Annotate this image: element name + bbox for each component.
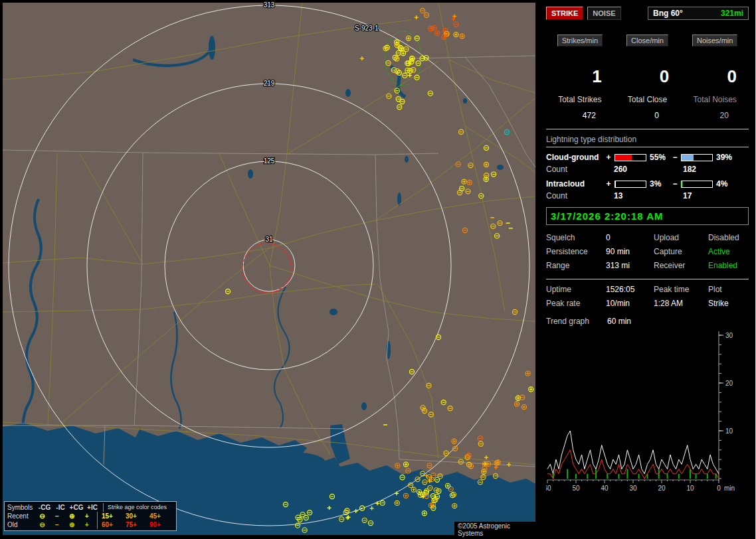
minus-sign: −	[671, 179, 679, 189]
ic-pos-recent-icon: +	[80, 512, 94, 520]
peak-time-value: 1:28 AM	[654, 299, 708, 308]
minus-sign: −	[671, 153, 679, 162]
ic-positive-bar-fill	[615, 181, 616, 187]
upload-value: Disabled	[708, 233, 749, 242]
receiver-label: Receiver	[654, 261, 708, 270]
legend-col-ic-neg: -IC	[52, 503, 68, 512]
age-90: 90+	[149, 520, 173, 529]
cg-positive-bar-fill	[615, 155, 632, 161]
cloud-ground-count-row: Count 260 182	[546, 165, 749, 174]
capture-label: Capture	[654, 247, 708, 256]
bearing-label: Bng 60°	[653, 9, 683, 18]
ic-negative-bar	[681, 181, 713, 188]
svg-text:10: 10	[686, 485, 694, 492]
receiver-value: Enabled	[708, 261, 749, 270]
trend-graph-label: Trend graph	[546, 317, 607, 326]
strike-mode-button[interactable]: STRIKE	[546, 7, 583, 20]
plot-label: Plot	[708, 285, 749, 294]
ic-neg-recent-icon: −	[50, 512, 64, 520]
distribution-title: Lightning type distribution	[546, 135, 749, 147]
cg-negative-bar	[681, 154, 713, 161]
svg-text:20: 20	[725, 380, 733, 387]
trend-duration-value: 60 min	[607, 317, 631, 326]
ic-negative-bar-fill	[682, 181, 683, 187]
totals-row: Total Strikes 472 Total Close 0 Total No…	[546, 95, 749, 120]
noises-per-min-value: 0	[681, 61, 749, 87]
age-60: 60+	[102, 520, 126, 529]
trend-bar	[587, 474, 588, 479]
map-area[interactable]: 31321912531S-923-1 Symbols -CG -IC +CG +…	[0, 0, 538, 539]
cloud-ground-row: Cloud-ground + 55% − 39%	[546, 153, 749, 162]
separator	[546, 129, 749, 129]
range-ring-label: 125	[264, 157, 275, 165]
trend-bar	[678, 474, 680, 479]
storm-cell-label: S-923-1	[355, 25, 379, 32]
range-ring-label: 219	[264, 80, 275, 87]
age-45: 45+	[149, 512, 173, 520]
ic-positive-pct: 3%	[648, 179, 671, 189]
intracloud-row: Intracloud + 3% − 4%	[546, 179, 749, 189]
total-strikes-value: 472	[546, 111, 614, 120]
strikes-per-min-label: Strikes/min	[557, 35, 603, 46]
range-value: 313 mi	[606, 261, 654, 270]
trend-line-strikes-total	[547, 431, 719, 474]
trend-bar	[690, 469, 691, 479]
peak-time-label: Peak time	[654, 285, 708, 294]
cg-positive-bar	[614, 154, 646, 161]
plot-value: Strike	[708, 299, 749, 308]
squelch-value: 0	[606, 233, 654, 242]
uptime-value: 1526:05	[606, 285, 654, 294]
total-close-value: 0	[614, 111, 682, 120]
range-label: Range	[546, 261, 606, 270]
copyright-notice: ©2005 Astrogenic Systems	[454, 522, 538, 538]
legend-age-header: Strike age color codes	[103, 503, 167, 512]
svg-text:30: 30	[725, 332, 733, 339]
persistence-value: 90 min	[606, 247, 654, 256]
trend-bar	[707, 474, 708, 479]
trend-bar	[607, 474, 608, 479]
bearing-range-value: 321mi	[721, 9, 743, 18]
ic-neg-old-icon: −	[50, 520, 64, 529]
close-per-min-label: Close/min	[626, 35, 668, 46]
legend-recent-label: Recent	[7, 512, 35, 520]
plus-sign: +	[605, 153, 613, 162]
total-strikes-label: Total Strikes	[546, 95, 614, 104]
trend-bar	[618, 474, 620, 479]
intracloud-label: Intracloud	[546, 179, 605, 189]
count-label: Count	[546, 165, 614, 174]
lightning-map[interactable]: 31321912531S-923-1	[0, 0, 538, 539]
cg-pos-old-icon: ⊕	[64, 520, 79, 529]
trend-header: Trend graph 60 min	[546, 317, 749, 326]
noises-per-min-label: Noises/min	[692, 35, 737, 46]
ic-pos-old-icon: +	[80, 520, 94, 529]
noise-mode-button[interactable]: NOISE	[587, 7, 620, 20]
count-label: Count	[546, 191, 614, 200]
trend-bar	[575, 474, 577, 479]
svg-text:30: 30	[629, 485, 637, 492]
legend-col-cg-neg: -CG	[37, 503, 52, 512]
cg-neg-recent-icon: ⊖	[35, 512, 49, 520]
age-15: 15+	[102, 512, 126, 520]
squelch-label: Squelch	[546, 233, 606, 242]
ic-negative-count: 17	[683, 191, 692, 200]
trend-bar	[696, 474, 697, 479]
cg-negative-count: 182	[683, 165, 696, 174]
trend-bar	[667, 474, 668, 479]
datetime-display: 3/17/2026 2:20:18 AM	[546, 207, 749, 225]
trend-graph: 1020306050403020100min	[546, 327, 745, 495]
svg-text:10: 10	[725, 427, 733, 435]
status-panel: STRIKE NOISE Bng 60° 321mi Strikes/min C…	[538, 0, 756, 539]
legend-header-row: Symbols -CG -IC +CG +IC Strike age color…	[7, 503, 173, 512]
svg-text:min: min	[724, 485, 735, 492]
persistence-label: Persistence	[546, 247, 606, 256]
upload-label: Upload	[654, 233, 708, 242]
trend-bar	[626, 469, 628, 479]
cg-negative-pct: 39%	[715, 153, 737, 162]
legend-old-row: Old ⊖ − ⊕ + 60+ 75+ 90+	[7, 520, 173, 529]
rate-values-row: 1 0 0	[546, 61, 749, 87]
status-grid: Squelch 0 Upload Disabled Persistence 90…	[546, 233, 749, 270]
svg-text:50: 50	[572, 485, 580, 492]
total-close-label: Total Close	[614, 95, 682, 104]
range-ring-label: 313	[264, 1, 275, 9]
total-noises-value: 20	[681, 111, 749, 120]
